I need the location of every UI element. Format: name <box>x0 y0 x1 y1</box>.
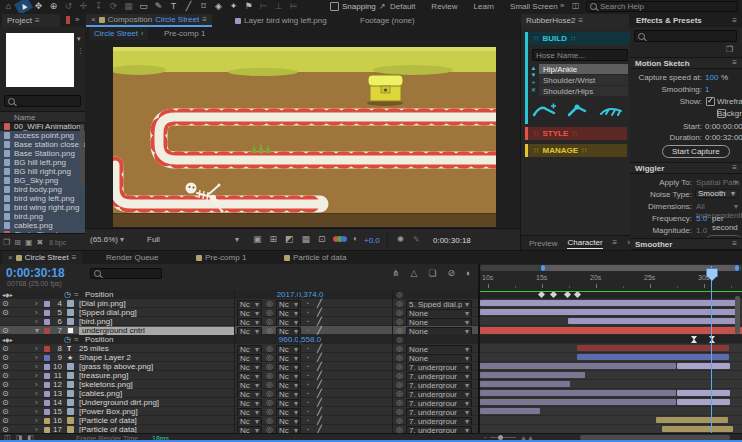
motion-blur-icon[interactable]: ◔ <box>305 425 309 433</box>
preserve-transparency-icon[interactable]: ◎ <box>266 344 273 353</box>
list-options-icon[interactable]: ⋮ <box>77 47 84 54</box>
orbit-tool-icon[interactable]: ↺ <box>61 0 76 12</box>
snapping-options-icon[interactable]: ↗ <box>379 3 386 11</box>
property-value[interactable]: 960.0,558.0 <box>250 335 350 344</box>
expand-arrow-icon[interactable]: › <box>35 398 38 407</box>
preserve-transparency-icon[interactable]: ◎ <box>266 407 273 416</box>
mask-visibility-icon[interactable]: ◩ <box>285 234 294 244</box>
duration-bar[interactable] <box>656 417 728 423</box>
eye-icon[interactable]: ⊙ <box>2 416 9 425</box>
pick-whip-icon[interactable]: ◎ <box>396 425 403 433</box>
composition-canvas[interactable] <box>113 47 496 227</box>
hose-name-input[interactable]: Hose Name... <box>532 49 628 61</box>
preserve-transparency-icon[interactable]: ◎ <box>266 380 273 389</box>
motion-blur-icon[interactable]: ◔ <box>305 362 309 371</box>
move-down-icon[interactable]: ▼ <box>531 72 537 78</box>
panel-menu-icon[interactable]: ≡ <box>35 17 40 25</box>
hose-list-item[interactable]: Hip/Ankle <box>539 64 628 74</box>
duration-bar-extension[interactable] <box>677 399 730 405</box>
zoom-tool-icon[interactable]: ⊕ <box>46 0 61 12</box>
pick-whip-icon[interactable]: ◎ <box>396 308 403 317</box>
brush-tool-icon[interactable]: ╱ <box>181 0 196 12</box>
layer-row[interactable]: ⊙›13[cables.png]Nc▾◎Nc▾◔╱◎7. undergrour▾ <box>0 389 478 398</box>
expand-arrow-icon[interactable]: › <box>35 425 38 433</box>
quality-icon[interactable]: ╱ <box>317 353 322 362</box>
tab-overflow-icon[interactable]: » <box>75 16 79 24</box>
column-divider[interactable] <box>392 290 393 433</box>
eye-icon[interactable]: ⊙ <box>2 407 9 416</box>
preserve-transparency-icon[interactable]: ◎ <box>266 371 273 380</box>
expand-arrow-icon[interactable]: › <box>35 299 38 308</box>
layer-duration-lane[interactable] <box>480 326 742 335</box>
interpret-footage-icon[interactable]: ❐ <box>3 238 10 247</box>
wireframe-checkbox[interactable] <box>706 97 715 106</box>
parent-link-dropdown[interactable]: 7. undergrour▾ <box>406 426 472 434</box>
label-color-swatch[interactable] <box>44 382 50 388</box>
layer-row[interactable]: ⊙›15[Power Box.png]Nc▾◎Nc▾◔╱◎7. undergro… <box>0 407 478 416</box>
viewer-timecode[interactable]: 0:00:30:18 <box>433 236 471 245</box>
pick-whip-icon[interactable]: ◎ <box>396 389 403 398</box>
pick-whip-icon[interactable]: ◎ <box>396 299 403 308</box>
motion-blur-icon[interactable]: ◔ <box>305 308 309 317</box>
start-capture-button[interactable]: Start Capture <box>662 145 730 158</box>
pick-whip-icon[interactable]: ◎ <box>396 317 403 326</box>
preserve-transparency-icon[interactable]: ◎ <box>266 416 273 425</box>
duration-bar[interactable] <box>577 345 729 351</box>
eye-icon[interactable]: ⊙ <box>2 353 9 362</box>
draft-3d-icon[interactable]: △ <box>411 268 418 278</box>
eye-icon[interactable]: ⊙ <box>2 425 9 433</box>
label-color-swatch[interactable] <box>44 328 50 334</box>
delete-hose-icon[interactable]: ✕ <box>531 86 536 93</box>
label-color-swatch[interactable] <box>44 319 50 325</box>
expand-arrow-icon[interactable]: › <box>35 344 38 353</box>
property-value[interactable]: 2017.0,374.0 <box>250 290 350 299</box>
tab-composition[interactable]: × Composition Circle Street ≡ <box>86 14 212 27</box>
layer-name[interactable]: underground cntrl <box>79 327 235 335</box>
pick-whip-icon[interactable]: ◎ <box>396 353 403 362</box>
eye-icon[interactable]: ⊙ <box>2 389 9 398</box>
label-color-swatch[interactable] <box>44 418 50 424</box>
panel-menu-icon[interactable]: ≡ <box>202 16 207 24</box>
project-item[interactable]: bird wing left.png <box>0 194 85 203</box>
eye-icon[interactable]: ⊙ <box>2 344 9 353</box>
flyout-icon[interactable]: ▾ <box>77 35 81 42</box>
add-hose-icon[interactable]: + <box>532 79 536 85</box>
expand-arrow-icon[interactable]: › <box>35 389 38 398</box>
layer-duration-lane[interactable] <box>480 380 742 389</box>
transparency-grid-icon[interactable]: ⊞ <box>270 234 278 244</box>
label-color-swatch[interactable] <box>44 346 50 352</box>
label-color-swatch[interactable] <box>44 373 50 379</box>
tab-preview[interactable]: Preview <box>529 239 557 248</box>
label-color-swatch[interactable] <box>44 391 50 397</box>
layer-row[interactable]: ⊙›12[skeletons.png]Nc▾◎Nc▾◔╱◎7. undergro… <box>0 380 478 389</box>
layer-name[interactable]: 25 miles <box>79 344 109 353</box>
layer-row[interactable]: ⊙›4[Dial pin.png]Nc▾◎Nc▾◔╱◎5. Spped dial… <box>0 299 478 308</box>
blend-mode-dropdown[interactable]: Nc▾ <box>237 426 262 434</box>
close-icon[interactable]: × <box>8 253 13 262</box>
comp-mini-flowchart-icon[interactable]: ⋔ <box>392 268 400 278</box>
rig-layers-icon[interactable] <box>565 102 591 118</box>
project-item[interactable]: bird wing right.png <box>0 203 85 212</box>
layer-row[interactable]: ⊙›9★Shape Layer 2Nc▾◎Nc▾◔╱◎None▾ <box>0 353 478 362</box>
mask-expand-tool-icon[interactable]: ⊨ <box>286 0 301 12</box>
type-tool-icon[interactable]: T <box>166 0 181 12</box>
duration-bar[interactable] <box>480 372 585 378</box>
layer-name[interactable]: [grass tip above.png] <box>79 362 153 371</box>
preserve-transparency-icon[interactable]: ◎ <box>266 362 273 371</box>
viewer-tab-circle-street[interactable]: Circle Street‹ <box>89 27 148 40</box>
pick-whip-icon[interactable]: ◎ <box>396 290 403 299</box>
duration-bar[interactable] <box>480 408 540 414</box>
panel-menu-icon[interactable]: ≡ <box>72 253 77 262</box>
clone-stamp-tool-icon[interactable]: ⌑ <box>196 0 211 12</box>
column-divider[interactable] <box>298 290 299 433</box>
frame-blending-icon[interactable]: ⊘ <box>448 268 456 278</box>
project-item[interactable]: bird body.png <box>0 185 85 194</box>
timeline-vertical-scrollbar[interactable] <box>735 296 740 334</box>
smoother-header[interactable]: Smoother≡ <box>630 238 742 250</box>
workspace-small-screen[interactable]: Small Screen <box>510 2 558 11</box>
pick-whip-icon[interactable]: ◎ <box>396 344 403 353</box>
rotation-tool-icon[interactable]: ⟳ <box>106 0 121 12</box>
start-value[interactable]: 0:00:00:00 <box>705 122 742 131</box>
roto-brush-tool-icon[interactable]: ✦ <box>226 0 241 12</box>
layer-row[interactable]: ⊙›14[Underground dirt.png]Nc▾◎Nc▾◔╱◎7. u… <box>0 398 478 407</box>
